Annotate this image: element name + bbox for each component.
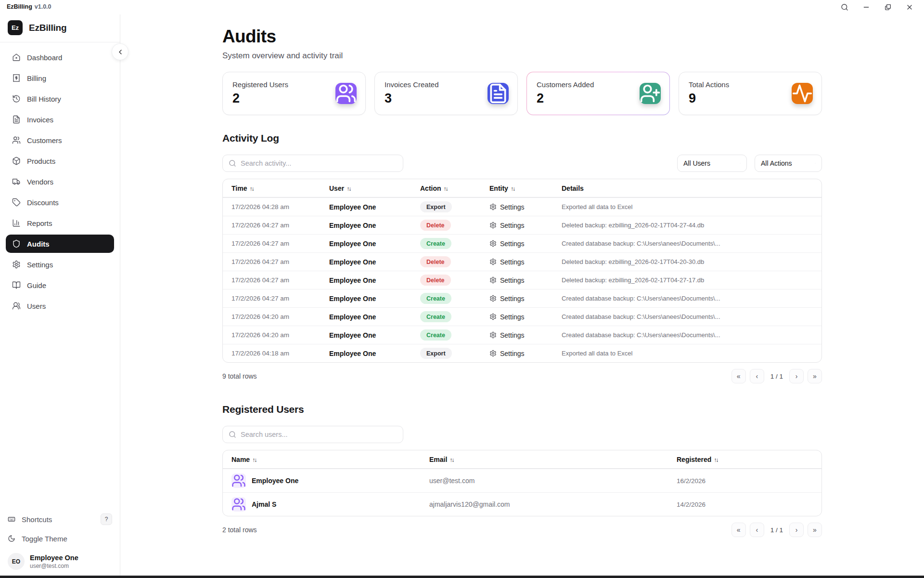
activity-entity: Settings: [489, 313, 562, 321]
activity-search-input[interactable]: [241, 159, 397, 167]
customers-icon: [12, 136, 21, 144]
sidebar-item-label: Dashboard: [27, 53, 62, 62]
action-badge: Delete: [420, 275, 451, 286]
reports-icon: [12, 219, 21, 227]
last-page-button[interactable]: »: [808, 369, 822, 383]
user-row[interactable]: Ajmal Sajmaljarvis120@gmail.com14/2/2026: [223, 492, 821, 516]
profile-email: user@test.com: [30, 563, 78, 569]
all-users-filter[interactable]: All Users: [677, 155, 747, 172]
activity-row[interactable]: 17/2/2026 04:28 amEmployee OneExportSett…: [223, 197, 821, 216]
column-header-details: Details: [562, 184, 821, 192]
users-search-input[interactable]: [241, 431, 397, 438]
activity-row[interactable]: 17/2/2026 04:18 amEmployee OneExportSett…: [223, 344, 821, 362]
sidebar-item-invoices[interactable]: Invoices: [6, 110, 114, 129]
discounts-icon: [12, 198, 21, 207]
last-page-button[interactable]: »: [808, 523, 822, 537]
next-page-button[interactable]: ›: [789, 369, 804, 383]
sidebar-item-customers[interactable]: Customers: [6, 131, 114, 149]
sidebar-item-billing[interactable]: Billing: [6, 69, 114, 87]
activity-time: 17/2/2026 04:27 am: [223, 240, 329, 247]
sidebar-item-reports[interactable]: Reports: [6, 214, 114, 232]
sidebar-item-users[interactable]: Users: [6, 297, 114, 315]
user-registered-date: 14/2/2026: [677, 501, 821, 508]
stat-cards: Registered Users2Invoices Created3Custom…: [222, 72, 822, 115]
sidebar-item-label: Invoices: [27, 116, 53, 124]
first-page-button[interactable]: «: [732, 523, 746, 537]
first-page-button[interactable]: «: [732, 369, 746, 383]
activity-action: Create: [420, 293, 489, 304]
sidebar-item-audits[interactable]: Audits: [6, 235, 114, 253]
sidebar-item-settings[interactable]: Settings: [6, 255, 114, 274]
activity-action: Delete: [420, 220, 489, 231]
action-badge: Create: [420, 293, 451, 304]
activity-row[interactable]: 17/2/2026 04:27 amEmployee OneCreateSett…: [223, 289, 821, 307]
shortcuts-help-badge[interactable]: ?: [101, 513, 112, 525]
column-header-time[interactable]: Time↑↓: [223, 184, 329, 192]
next-page-button[interactable]: ›: [789, 523, 804, 537]
gear-icon: [489, 203, 497, 210]
column-header-email[interactable]: Email↑↓: [429, 456, 677, 463]
sidebar-item-products[interactable]: Products: [6, 152, 114, 170]
app-name: EzBilling: [7, 3, 32, 10]
activity-details: Created database backup: C:\Users\anees\…: [562, 313, 821, 320]
prev-page-button[interactable]: ‹: [750, 369, 764, 383]
activity-row[interactable]: 17/2/2026 04:27 amEmployee OneDeleteSett…: [223, 216, 821, 234]
window-controls: [834, 0, 920, 14]
column-header-name[interactable]: Name↑↓: [223, 456, 429, 463]
activity-search[interactable]: [222, 155, 403, 172]
all-actions-filter-value: All Actions: [761, 159, 792, 167]
column-header-entity[interactable]: Entity↑↓: [489, 184, 562, 192]
activity-time: 17/2/2026 04:18 am: [223, 350, 329, 357]
toggle-theme-button[interactable]: Toggle Theme: [8, 529, 112, 548]
activity-row[interactable]: 17/2/2026 04:27 amEmployee OneDeleteSett…: [223, 271, 821, 289]
user-row[interactable]: Employee Oneuser@test.com16/2/2026: [223, 469, 821, 492]
all-actions-filter[interactable]: All Actions: [755, 155, 822, 172]
sidebar-item-label: Settings: [27, 261, 53, 269]
activity-time: 17/2/2026 04:27 am: [223, 222, 329, 229]
sidebar-item-bill-history[interactable]: Bill History: [6, 90, 114, 108]
gear-icon: [489, 276, 497, 284]
user-profile[interactable]: EO Employee One user@test.com: [8, 553, 112, 570]
sidebar-item-label: Bill History: [27, 95, 61, 103]
shortcuts-button[interactable]: Shortcuts ?: [8, 510, 112, 529]
activity-row[interactable]: 17/2/2026 04:27 amEmployee OneDeleteSett…: [223, 252, 821, 271]
users-total-rows: 2 total rows: [222, 526, 257, 534]
activity-row[interactable]: 17/2/2026 04:20 amEmployee OneCreateSett…: [223, 326, 821, 344]
close-button[interactable]: [898, 0, 920, 14]
activity-row[interactable]: 17/2/2026 04:27 amEmployee OneCreateSett…: [223, 234, 821, 252]
activity-details: Exported all data to Excel: [562, 203, 821, 210]
sidebar-item-dashboard[interactable]: Dashboard: [6, 48, 114, 66]
sidebar-item-vendors[interactable]: Vendors: [6, 172, 114, 191]
column-header-action[interactable]: Action↑↓: [420, 184, 489, 192]
sidebar-item-discounts[interactable]: Discounts: [6, 193, 114, 211]
sidebar-item-guide[interactable]: Guide: [6, 276, 114, 294]
page-indicator: 1 / 1: [770, 373, 783, 380]
guide-icon: [12, 281, 21, 289]
titlebar-search-button[interactable]: [834, 0, 855, 14]
invoice-icon: [488, 83, 509, 104]
window-title: EzBillingv1.0.0: [7, 3, 51, 10]
stat-card-customers-added[interactable]: Customers Added2: [526, 72, 670, 115]
vendors-icon: [12, 177, 21, 186]
users-search[interactable]: [222, 426, 403, 443]
activity-total-rows: 9 total rows: [222, 372, 257, 380]
activity-time: 17/2/2026 04:27 am: [223, 276, 329, 284]
restore-button[interactable]: [877, 0, 898, 14]
activity-row[interactable]: 17/2/2026 04:20 amEmployee OneCreateSett…: [223, 307, 821, 326]
activity-time: 17/2/2026 04:28 am: [223, 203, 329, 210]
prev-page-button[interactable]: ‹: [750, 523, 764, 537]
sidebar-collapse-button[interactable]: [112, 43, 128, 60]
user-registered-date: 16/2/2026: [677, 477, 821, 485]
sidebar-item-label: Users: [27, 302, 46, 310]
column-header-user[interactable]: User↑↓: [329, 184, 420, 192]
stat-card-registered-users: Registered Users2: [222, 72, 366, 115]
activity-entity: Settings: [489, 350, 562, 357]
registered-users-table: Name↑↓Email↑↓Registered↑↓Employee Oneuse…: [222, 450, 822, 516]
gear-icon: [489, 240, 497, 247]
activity-table: Time↑↓User↑↓Action↑↓Entity↑↓Details17/2/…: [222, 179, 822, 363]
action-badge: Create: [420, 311, 451, 322]
column-header-registered[interactable]: Registered↑↓: [677, 456, 821, 463]
activity-entity: Settings: [489, 276, 562, 284]
billing-icon: [12, 74, 21, 82]
minimize-button[interactable]: [855, 0, 877, 14]
